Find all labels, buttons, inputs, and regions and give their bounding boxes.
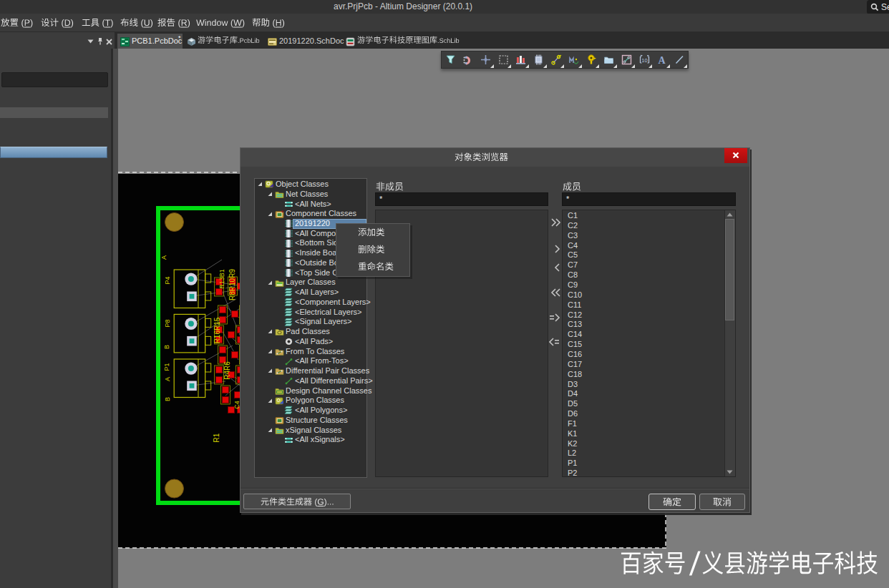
svg-text:10: 10	[641, 57, 647, 64]
svg-text:A: A	[659, 55, 666, 66]
